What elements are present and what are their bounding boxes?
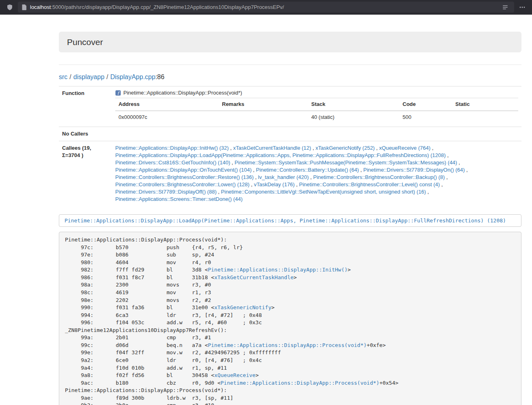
- table-row-function: Function f Pinetime::Applications::Displ…: [59, 86, 521, 127]
- callee-link[interactable]: xQueueReceive (764): [379, 145, 430, 151]
- callers-cell: [112, 127, 521, 141]
- highlighted-callee-box: Pinetime::Applications::DisplayApp::Load…: [59, 214, 521, 227]
- symbol-stats-table: Address Remarks Stack Code Static 0x0000…: [115, 98, 518, 123]
- assembly-symbol-link[interactable]: Pinetime::Applications::DisplayApp::Proc…: [221, 380, 379, 386]
- callee-link[interactable]: Pinetime::Applications::DisplayApp::Load…: [115, 152, 446, 158]
- callee-link[interactable]: xTaskGetCurrentTaskHandle (12): [233, 145, 311, 151]
- table-row-callers: No Callers: [59, 127, 521, 141]
- code-value: 500: [399, 111, 452, 123]
- assembly-symbol-link[interactable]: Pinetime::Applications::DisplayApp::Init…: [208, 267, 347, 273]
- callee-link[interactable]: Pinetime::Applications::DisplayApp::OnTo…: [115, 167, 252, 173]
- page-title: Puncover: [67, 37, 513, 47]
- function-cell: f Pinetime::Applications::DisplayApp::Pr…: [112, 86, 521, 127]
- callee-link[interactable]: Pinetime::Drivers::St7789::DisplayOff() …: [115, 189, 217, 195]
- callee-link[interactable]: Pinetime::Controllers::Battery::Update()…: [256, 167, 359, 173]
- column-address: Address: [115, 98, 219, 111]
- callees-label: Callees (19, Σ=3704 ): [59, 141, 112, 207]
- assembly-symbol-link[interactable]: xTaskGenericNotify: [214, 304, 271, 310]
- reader-mode-icon: [502, 4, 508, 10]
- function-icon: f: [115, 90, 121, 96]
- stats-header-row: Address Remarks Stack Code Static: [115, 98, 518, 111]
- column-remarks: Remarks: [219, 98, 308, 111]
- kebab-menu-icon: [519, 4, 526, 11]
- breadcrumb-line-number: :86: [155, 73, 164, 80]
- breadcrumb-separator: /: [69, 73, 71, 80]
- callee-link[interactable]: Pinetime::System::SystemTask::PushMessag…: [235, 159, 457, 166]
- address-bar[interactable]: localhost:5000/path/src/displayapp/Displ…: [18, 2, 514, 13]
- divider: [59, 65, 521, 65]
- function-name-row: f Pinetime::Applications::DisplayApp::Pr…: [115, 90, 518, 96]
- column-static: Static: [452, 98, 518, 111]
- url-text: localhost:5000/path/src/displayapp/Displ…: [30, 4, 284, 10]
- callee-link[interactable]: Pinetime::Applications::Screens::Timer::…: [115, 196, 243, 202]
- jumbotron: Puncover: [59, 32, 521, 52]
- function-name: Pinetime::Applications::DisplayApp::Proc…: [123, 90, 242, 96]
- browser-toolbar: localhost:5000/path/src/displayapp/Displ…: [0, 0, 532, 15]
- assembly-code: Pinetime::Applications::DisplayApp::Proc…: [59, 232, 521, 405]
- callee-link[interactable]: Pinetime::Controllers::BrightnessControl…: [115, 181, 250, 187]
- highlighted-callee-link[interactable]: Pinetime::Applications::DisplayApp::Load…: [65, 218, 506, 224]
- column-stack: Stack: [308, 98, 399, 111]
- callee-link[interactable]: Pinetime::Components::LittleVgl::SetNewT…: [221, 189, 426, 195]
- callees-cell: Pinetime::Applications::DisplayApp::Init…: [112, 141, 521, 207]
- function-row-label: Function: [59, 86, 112, 127]
- callee-link[interactable]: Pinetime::Applications::DisplayApp::Init…: [115, 145, 229, 151]
- breadcrumb-item-src[interactable]: src: [59, 73, 67, 80]
- remarks-value: [219, 111, 308, 123]
- callee-link[interactable]: Pinetime::Controllers::BrightnessControl…: [313, 174, 445, 180]
- reader-mode-button[interactable]: [500, 3, 510, 12]
- url-host: localhost: [30, 4, 51, 10]
- breadcrumb-item-displayapp[interactable]: displayapp: [73, 73, 105, 80]
- page-actions-menu-button[interactable]: [517, 2, 528, 13]
- symbol-table: Function f Pinetime::Applications::Displ…: [59, 86, 521, 206]
- assembly-symbol-link[interactable]: xTaskGetCurrentTaskHandle: [214, 274, 294, 280]
- callee-link[interactable]: Pinetime::Drivers::Cst816S::GetTouchInfo…: [115, 159, 230, 166]
- callee-link[interactable]: Pinetime::Controllers::BrightnessControl…: [115, 174, 254, 180]
- static-value: [452, 111, 518, 123]
- breadcrumb: src/displayapp/DisplayApp.cpp:86: [59, 73, 521, 81]
- assembly-symbol-link[interactable]: xQueueReceive: [214, 372, 256, 378]
- breadcrumb-item-file[interactable]: DisplayApp.cpp: [110, 73, 155, 80]
- table-row-callees: Callees (19, Σ=3704 ) Pinetime::Applicat…: [59, 141, 521, 207]
- page-icon: [22, 4, 27, 10]
- callee-link[interactable]: Pinetime::Controllers::BrightnessControl…: [299, 181, 440, 187]
- assembly-symbol-link[interactable]: Pinetime::Applications::DisplayApp::Proc…: [208, 342, 366, 348]
- url-path: :5000/path/src/displayapp/DisplayApp.cpp…: [51, 4, 284, 10]
- callee-link[interactable]: Pinetime::Drivers::St7789::DisplayOn() (…: [363, 167, 465, 173]
- callee-link[interactable]: lv_task_handler (420): [258, 174, 309, 180]
- shield-icon: [6, 4, 13, 11]
- stats-value-row: 0x0000097c 40 (static) 500: [115, 111, 518, 123]
- address-value: 0x0000097c: [115, 111, 219, 123]
- page-container: Puncover src/displayapp/DisplayApp.cpp:8…: [53, 32, 528, 405]
- callee-link[interactable]: vTaskDelay (176): [254, 181, 295, 187]
- breadcrumb-separator: /: [106, 73, 108, 80]
- tracking-protection-button[interactable]: [4, 2, 15, 13]
- callee-link[interactable]: xTaskGenericNotify (252): [316, 145, 375, 151]
- column-code: Code: [399, 98, 452, 111]
- stack-value: 40 (static): [308, 111, 399, 123]
- no-callers-label: No Callers: [59, 127, 112, 141]
